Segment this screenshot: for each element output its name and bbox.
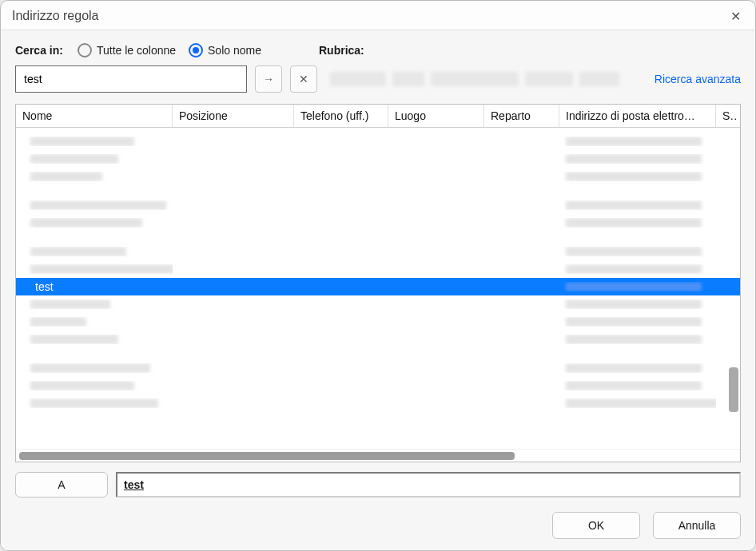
search-go-button[interactable]: → <box>255 65 282 93</box>
radio-icon <box>189 43 203 57</box>
table-row[interactable] <box>16 133 740 150</box>
table-row[interactable] <box>16 214 740 232</box>
clear-icon: ✕ <box>299 73 308 85</box>
recipient-field[interactable]: test <box>116 472 741 497</box>
radio-name-only-label: Solo nome <box>208 44 261 57</box>
col-header-reparto[interactable]: Reparto <box>484 105 559 127</box>
recipient-row: A test <box>15 472 741 497</box>
table-row[interactable] <box>16 260 740 278</box>
address-book-selector[interactable] <box>330 67 640 91</box>
table-row[interactable] <box>16 295 740 313</box>
table-row[interactable] <box>16 377 740 394</box>
table-row-selected[interactable]: test <box>16 278 740 295</box>
search-scope-radio-group: Tutte le colonne Solo nome <box>78 43 261 57</box>
dialog-footer: OK Annulla <box>15 512 741 539</box>
to-button[interactable]: A <box>15 472 108 497</box>
horizontal-scrollbar[interactable] <box>19 452 515 460</box>
radio-icon <box>78 43 92 57</box>
col-header-societa[interactable]: So <box>716 105 737 127</box>
table-row[interactable] <box>16 313 740 331</box>
table-row[interactable] <box>16 150 740 168</box>
search-input[interactable] <box>15 65 247 93</box>
to-label: A <box>58 478 65 491</box>
cancel-button[interactable]: Annulla <box>653 512 741 539</box>
table-row[interactable] <box>16 394 740 412</box>
search-in-label: Cerca in: <box>15 44 63 57</box>
title-bar: Indirizzo regola ✕ <box>1 1 755 30</box>
search-clear-button[interactable]: ✕ <box>290 65 317 93</box>
recipient-chip[interactable]: test <box>124 478 144 491</box>
table-row[interactable] <box>16 359 740 377</box>
search-input-row: → ✕ Ricerca avanzata <box>15 65 741 93</box>
radio-name-only[interactable]: Solo nome <box>189 43 261 57</box>
advanced-search-link[interactable]: Ricerca avanzata <box>655 73 741 85</box>
col-header-luogo[interactable]: Luogo <box>388 105 484 127</box>
col-header-mail[interactable]: Indirizzo di posta elettro… <box>559 105 716 127</box>
close-icon: ✕ <box>730 9 741 24</box>
arrow-right-icon: → <box>263 73 274 85</box>
dialog-title: Indirizzo regola <box>12 9 99 23</box>
search-scope-row: Cerca in: Tutte le colonne Solo nome Rub… <box>15 43 741 57</box>
table-row[interactable] <box>16 331 740 348</box>
col-header-posizione[interactable]: Posizione <box>173 105 294 127</box>
table-row[interactable] <box>16 196 740 214</box>
close-button[interactable]: ✕ <box>725 6 746 26</box>
selected-row-nome: test <box>16 280 173 293</box>
ok-button[interactable]: OK <box>552 512 640 539</box>
dialog-address-rule: Indirizzo regola ✕ Cerca in: Tutte le co… <box>0 0 756 551</box>
col-header-telefono[interactable]: Telefono (uff.) <box>294 105 388 127</box>
address-book-label: Rubrica: <box>319 44 364 57</box>
table-header: Nome Posizione Telefono (uff.) Luogo Rep… <box>16 105 740 128</box>
radio-all-columns[interactable]: Tutte le colonne <box>78 43 176 57</box>
dialog-body: Cerca in: Tutte le colonne Solo nome Rub… <box>1 30 755 550</box>
table-row[interactable] <box>16 168 740 185</box>
radio-all-columns-label: Tutte le colonne <box>97 44 176 57</box>
table-row[interactable] <box>16 243 740 260</box>
col-header-nome[interactable]: Nome <box>16 105 173 127</box>
vertical-scrollbar[interactable] <box>729 367 738 412</box>
horizontal-scrollbar-track[interactable] <box>16 449 740 462</box>
results-table: Nome Posizione Telefono (uff.) Luogo Rep… <box>15 104 741 462</box>
table-body[interactable]: test <box>16 128 740 449</box>
